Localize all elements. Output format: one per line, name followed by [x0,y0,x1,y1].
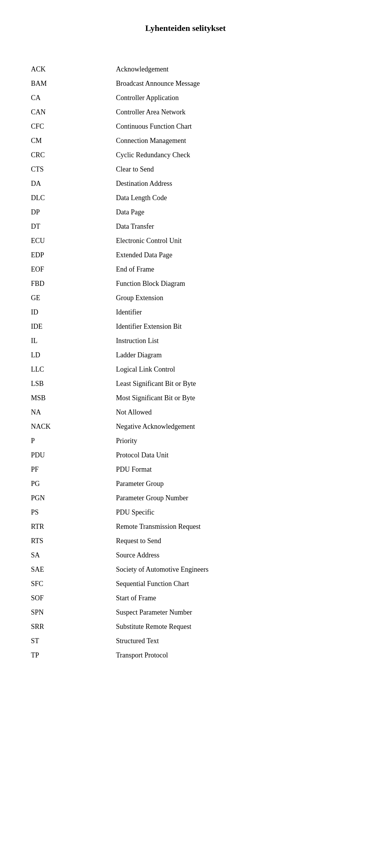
abbr-description: Function Block Diagram [116,279,185,289]
abbreviation-row: EDPExtended Data Page [31,250,340,260]
abbr-code: RTR [31,521,116,532]
abbreviation-row: SOFStart of Frame [31,593,340,603]
abbr-description: Data Length Code [116,193,167,203]
abbr-code: PF [31,464,116,475]
abbreviation-row: GEGroup Extension [31,293,340,303]
abbr-description: Request to Send [116,536,161,546]
abbreviation-row: PDUProtocol Data Unit [31,450,340,460]
abbr-code: ID [31,307,116,318]
abbr-code: P [31,436,116,446]
abbr-description: Protocol Data Unit [116,450,168,460]
abbreviation-row: IDIdentifier [31,307,340,318]
abbreviation-row: SPNSuspect Parameter Number [31,607,340,618]
abbr-code: NACK [31,421,116,432]
abbreviation-row: PFPDU Format [31,464,340,475]
abbr-description: Least Significant Bit or Byte [116,379,196,389]
abbr-code: EDP [31,250,116,260]
abbr-description: Connection Management [116,136,186,146]
abbr-code: FBD [31,279,116,289]
abbr-code: IL [31,336,116,346]
abbreviation-row: STStructured Text [31,636,340,646]
abbr-description: Identifier Extension Bit [116,321,182,332]
abbreviation-row: SFCSequential Function Chart [31,579,340,589]
abbr-description: Continuous Function Chart [116,121,192,132]
page-title: Lyhenteiden selitykset [31,23,340,33]
abbreviation-row: MSBMost Significant Bit or Byte [31,393,340,403]
abbr-code: ECU [31,236,116,246]
abbr-description: Substitute Remote Request [116,622,191,632]
abbr-code: PDU [31,450,116,460]
abbr-code: LSB [31,379,116,389]
abbreviation-row: EOFEnd of Frame [31,264,340,275]
abbreviation-row: TPTransport Protocol [31,650,340,661]
abbreviation-row: PGParameter Group [31,479,340,489]
abbr-description: Sequential Function Chart [116,579,189,589]
abbreviation-row: DADestination Address [31,178,340,189]
abbreviation-row: CAController Application [31,93,340,103]
abbr-code: CA [31,93,116,103]
abbr-code: SAE [31,564,116,575]
abbr-description: Extended Data Page [116,250,172,260]
abbr-code: TP [31,650,116,661]
abbr-description: Data Transfer [116,221,154,232]
abbr-code: DP [31,207,116,217]
abbreviation-row: SAESociety of Automotive Engineers [31,564,340,575]
abbr-code: SRR [31,622,116,632]
abbreviation-row: BAMBroadcast Announce Message [31,78,340,89]
abbreviation-row: ILInstruction List [31,336,340,346]
abbr-description: Most Significant Bit or Byte [116,393,195,403]
abbr-description: Remote Transmission Request [116,521,201,532]
abbreviation-row: CTSClear to Send [31,164,340,175]
abbr-code: PG [31,479,116,489]
abbr-code: CRC [31,150,116,160]
abbreviation-row: SASource Address [31,550,340,561]
abbreviations-table: ACKAcknowledgementBAMBroadcast Announce … [31,64,340,661]
abbr-code: CAN [31,107,116,117]
abbreviation-row: FBDFunction Block Diagram [31,279,340,289]
abbr-description: Society of Automotive Engineers [116,564,208,575]
abbreviation-row: NANot Allowed [31,407,340,418]
abbr-code: DA [31,178,116,189]
abbr-code: BAM [31,78,116,89]
abbr-description: Not Allowed [116,407,152,418]
abbr-code: MSB [31,393,116,403]
abbreviation-row: ECUElectronic Control Unit [31,236,340,246]
abbreviation-row: LDLadder Diagram [31,350,340,360]
abbr-description: Structured Text [116,636,159,646]
abbr-description: Identifier [116,307,142,318]
abbreviation-row: CANController Area Network [31,107,340,117]
abbreviation-row: LSBLeast Significant Bit or Byte [31,379,340,389]
abbr-description: Instruction List [116,336,159,346]
abbr-code: PGN [31,493,116,503]
abbr-code: LLC [31,364,116,375]
abbr-description: Logical Link Control [116,364,175,375]
abbr-code: SFC [31,579,116,589]
abbreviation-row: RTSRequest to Send [31,536,340,546]
abbr-description: Destination Address [116,178,172,189]
abbr-code: ACK [31,64,116,75]
abbr-code: PS [31,507,116,518]
abbr-description: Data Page [116,207,144,217]
abbr-code: ST [31,636,116,646]
abbreviation-row: DTData Transfer [31,221,340,232]
abbr-description: Negative Acknowledgement [116,421,195,432]
abbr-description: Group Extension [116,293,163,303]
abbreviation-row: PGNParameter Group Number [31,493,340,503]
abbr-description: Transport Protocol [116,650,168,661]
abbr-description: PDU Specific [116,507,154,518]
abbr-code: CM [31,136,116,146]
abbr-code: CFC [31,121,116,132]
abbr-code: RTS [31,536,116,546]
abbr-description: Parameter Group [116,479,163,489]
abbreviation-row: CRCCyclic Redundancy Check [31,150,340,160]
abbr-code: SA [31,550,116,561]
abbr-description: Start of Frame [116,593,156,603]
abbr-description: PDU Format [116,464,152,475]
abbreviation-row: SRRSubstitute Remote Request [31,622,340,632]
abbr-code: GE [31,293,116,303]
abbreviation-row: IDEIdentifier Extension Bit [31,321,340,332]
abbreviation-row: RTRRemote Transmission Request [31,521,340,532]
abbr-description: Controller Application [116,93,179,103]
abbreviation-row: PSPDU Specific [31,507,340,518]
abbreviation-row: CMConnection Management [31,136,340,146]
